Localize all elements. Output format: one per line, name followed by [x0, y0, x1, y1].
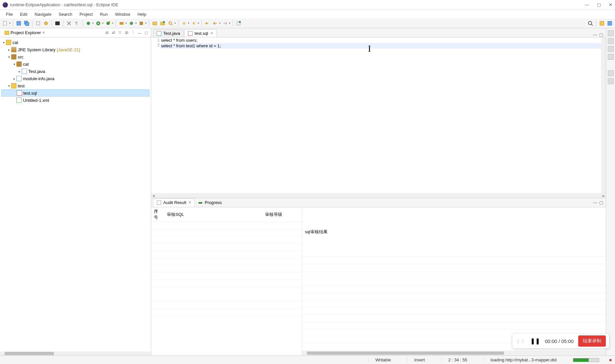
- coverage-button[interactable]: [105, 20, 111, 27]
- table-row[interactable]: [151, 280, 302, 287]
- table-row[interactable]: [151, 222, 302, 229]
- tree-node-test-folder[interactable]: ▾ test: [1, 82, 149, 89]
- new-package-button[interactable]: [138, 20, 145, 27]
- stop-recording-button[interactable]: 结束录制: [578, 335, 606, 347]
- collapse-all-icon[interactable]: ⊟: [104, 30, 109, 35]
- table-row[interactable]: [151, 287, 302, 294]
- terminal-button[interactable]: [54, 20, 61, 27]
- debug-button[interactable]: [85, 20, 92, 27]
- table-row[interactable]: [302, 257, 606, 264]
- tree-node-test-java[interactable]: ▸ Test.java: [1, 68, 149, 75]
- tree-node-module-info[interactable]: ▸ module-info.java: [1, 75, 149, 82]
- editor-vscroll[interactable]: [601, 37, 606, 193]
- tree-node-test-sql[interactable]: test.sql: [1, 89, 149, 97]
- last-edit-button[interactable]: [204, 20, 211, 27]
- toggle-button-1[interactable]: [35, 20, 41, 27]
- java-perspective-button[interactable]: [606, 20, 613, 27]
- back-button[interactable]: [212, 20, 218, 27]
- new-button[interactable]: [2, 20, 9, 27]
- table-row[interactable]: [151, 237, 302, 244]
- side-icon-1[interactable]: [608, 30, 614, 36]
- show-whitespace-button[interactable]: ¶: [74, 20, 80, 27]
- tree-node-pkg-cat[interactable]: ▾ cat: [1, 60, 149, 68]
- new-class-dropdown[interactable]: ▾: [135, 22, 137, 25]
- table-row[interactable]: [151, 265, 302, 273]
- ext-tools-button[interactable]: [118, 20, 125, 27]
- pin-editor-button[interactable]: [235, 20, 242, 27]
- table-row[interactable]: [151, 244, 302, 251]
- save-all-button[interactable]: [23, 20, 30, 27]
- tree-node-untitled-xml[interactable]: Untitled-1.xml: [1, 97, 149, 104]
- menu-edit[interactable]: Edit: [17, 11, 31, 18]
- ext-tools-dropdown[interactable]: ▾: [125, 22, 127, 25]
- run-button[interactable]: [95, 20, 102, 27]
- filter-icon[interactable]: ▽: [117, 30, 123, 35]
- minimize-editor-icon[interactable]: —: [593, 32, 597, 37]
- table-row[interactable]: [151, 251, 302, 258]
- table-row[interactable]: [151, 302, 302, 309]
- table-row[interactable]: [151, 258, 302, 265]
- new-class-button[interactable]: [128, 20, 135, 27]
- tab-audit-result[interactable]: Audit Result ✕: [153, 198, 195, 207]
- maximize-panel-icon[interactable]: ▢: [144, 30, 149, 35]
- next-annotation-button[interactable]: [181, 20, 187, 27]
- open-task-button[interactable]: [159, 20, 166, 27]
- table-row[interactable]: [151, 229, 302, 237]
- side-icon-2[interactable]: [608, 38, 614, 44]
- side-icon-6[interactable]: [608, 78, 614, 84]
- menu-navigate[interactable]: Navigate: [31, 11, 55, 18]
- table-row[interactable]: [302, 271, 606, 279]
- open-perspective-button[interactable]: [599, 20, 605, 27]
- table-row[interactable]: [302, 315, 606, 322]
- table-row[interactable]: [151, 294, 302, 302]
- audit-right-hscroll[interactable]: [302, 351, 606, 355]
- editor-hscroll[interactable]: ◂▸: [151, 193, 606, 198]
- explorer-hscroll[interactable]: [0, 352, 151, 355]
- project-tree[interactable]: ▾ cat ▸ JRE System Library [JavaSE-21] ▾…: [0, 37, 151, 352]
- pause-button[interactable]: ❚❚: [530, 337, 540, 345]
- focus-icon[interactable]: ⦿: [124, 30, 129, 35]
- back-dropdown[interactable]: ▾: [219, 22, 220, 25]
- close-button[interactable]: ✕: [609, 2, 612, 7]
- toggle-mark-button[interactable]: [66, 20, 72, 27]
- debug-dropdown[interactable]: ▾: [92, 22, 94, 25]
- new-dropdown[interactable]: ▾: [9, 22, 11, 25]
- table-row[interactable]: [151, 309, 302, 316]
- side-icon-5[interactable]: [608, 70, 614, 76]
- table-row[interactable]: [151, 273, 302, 280]
- maximize-bottom-icon[interactable]: ▢: [599, 200, 603, 205]
- next-annotation-dropdown[interactable]: ▾: [188, 22, 189, 25]
- tree-node-cat[interactable]: ▾ cat: [1, 39, 149, 46]
- search-dropdown[interactable]: ▾: [174, 22, 176, 25]
- minimize-button[interactable]: —: [585, 2, 589, 7]
- table-row[interactable]: [302, 300, 606, 307]
- col-sql[interactable]: 审核SQL: [164, 207, 262, 222]
- editor-tab-test-sql[interactable]: test.sql ✕: [184, 29, 216, 37]
- table-row[interactable]: [302, 286, 606, 293]
- save-button[interactable]: [15, 20, 22, 27]
- editor-body[interactable]: 1 2 select * from users; select * from t…: [151, 37, 606, 193]
- search-button-2[interactable]: [167, 20, 174, 27]
- minimize-bottom-icon[interactable]: —: [593, 200, 597, 205]
- col-level[interactable]: 审核等级: [262, 207, 302, 222]
- menu-project[interactable]: Project: [76, 11, 96, 18]
- maximize-editor-icon[interactable]: ▢: [599, 32, 603, 37]
- menu-search[interactable]: Search: [56, 11, 76, 18]
- tree-node-jre[interactable]: ▸ JRE System Library [JavaSE-21]: [1, 46, 149, 53]
- prev-annotation-dropdown[interactable]: ▾: [198, 22, 199, 25]
- table-row[interactable]: [302, 293, 606, 300]
- col-result[interactable]: sql审核结果: [302, 207, 606, 257]
- minimize-panel-icon[interactable]: —: [137, 30, 142, 35]
- close-tab-icon[interactable]: ✕: [210, 31, 213, 35]
- menu-run[interactable]: Run: [97, 11, 111, 18]
- drag-handle-icon[interactable]: ⋮⋮: [516, 339, 526, 344]
- col-seq[interactable]: 序号: [151, 207, 164, 222]
- run-dropdown[interactable]: ▾: [102, 22, 103, 25]
- side-icon-3[interactable]: [608, 46, 614, 52]
- forward-button[interactable]: [222, 20, 228, 27]
- close-audit-icon[interactable]: ✕: [188, 200, 191, 205]
- maximize-button[interactable]: ▢: [597, 2, 601, 7]
- open-type-button[interactable]: [151, 20, 158, 27]
- coverage-dropdown[interactable]: ▾: [112, 22, 113, 25]
- prev-annotation-button[interactable]: [191, 20, 197, 27]
